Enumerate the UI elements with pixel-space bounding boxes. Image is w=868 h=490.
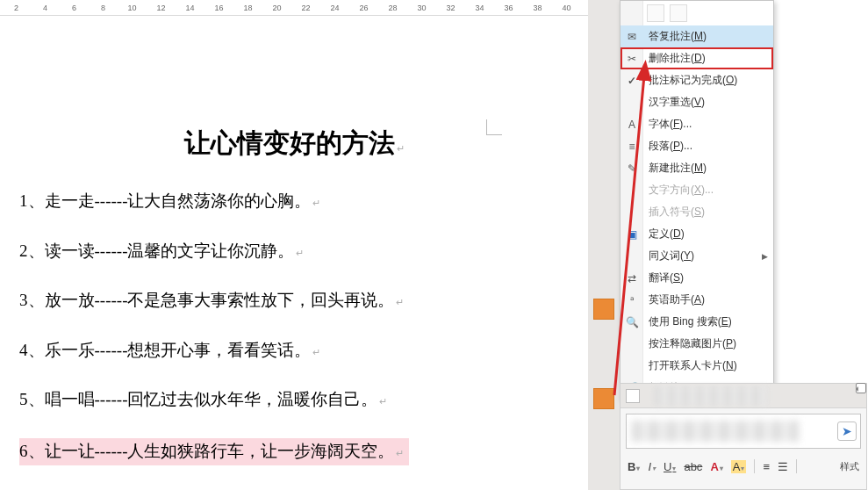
menu-reply-comment[interactable]: ✉ 答复批注(M) [621, 25, 773, 47]
comment-marker[interactable] [593, 388, 614, 409]
comment-textarea[interactable]: ➤ [626, 414, 861, 449]
menu-bing-search[interactable]: 🔍 使用 Bing 搜索(E) [621, 311, 773, 333]
ruler-tick: 2 [2, 4, 31, 12]
send-comment-button[interactable]: ➤ [837, 422, 857, 441]
ruler-tick: 16 [204, 4, 233, 12]
ruler-tick: 6 [60, 4, 89, 12]
menu-paragraph[interactable]: ≡ 段落(P)... [621, 135, 773, 157]
comment-bubble-icon[interactable] [856, 383, 866, 393]
ruler-tick: 10 [118, 4, 147, 12]
paste-option-icon[interactable] [670, 4, 687, 22]
menu-paste-options [621, 1, 773, 25]
menu-delete-comment[interactable]: ✂ 删除批注(D) [621, 47, 773, 69]
highlight-button[interactable]: A [731, 460, 747, 473]
translate-icon: ⇄ [625, 271, 639, 285]
doc-title[interactable]: 让心情变好的方法 [66, 126, 522, 162]
strike-button[interactable]: abc [684, 460, 702, 473]
submenu-arrow-icon: ▶ [762, 252, 768, 261]
ruler-tick: 32 [436, 4, 465, 12]
bullets-button[interactable]: ≡ [763, 460, 770, 473]
english-helper-icon: ᵃ [625, 293, 639, 307]
menu-new-comment[interactable]: ✎ 新建批注(M) [621, 157, 773, 179]
comment-input-panel: ➤ B I U abc A A ≡ ☰ 样式 [620, 383, 867, 490]
menu-insert-symbol: 插入符号(S) [621, 201, 773, 223]
paragraph-icon: ≡ [625, 140, 639, 154]
ruler-tick: 12 [147, 4, 176, 12]
define-icon: ▣ [625, 227, 639, 241]
menu-text-direction: 文字方向(X)... [621, 179, 773, 201]
ruler-tick: 36 [494, 4, 523, 12]
review-pane: ✉ 答复批注(M) ✂ 删除批注(D) ✓ 批注标记为完成(O) 汉字重选(V)… [588, 0, 868, 490]
paste-option-icon[interactable] [647, 4, 664, 22]
mini-format-toolbar: B I U abc A A ≡ ☰ 样式 [621, 454, 866, 479]
numbering-button[interactable]: ☰ [778, 460, 788, 473]
bold-button[interactable]: B [628, 460, 640, 473]
underline-button[interactable]: U [664, 460, 676, 473]
ruler-tick: 40 [552, 4, 581, 12]
comment-text-blur [632, 421, 799, 442]
page-corner-mark [486, 119, 502, 135]
context-menu: ✉ 答复批注(M) ✂ 删除批注(D) ✓ 批注标记为完成(O) 汉字重选(V)… [620, 0, 774, 400]
menu-synonym[interactable]: 同义词(Y) ▶ [621, 245, 773, 267]
doc-line[interactable]: 1、走一走------让大自然荡涤你的心胸。↵ [19, 190, 576, 213]
menu-translate[interactable]: ⇄ 翻译(S) [621, 267, 773, 289]
ruler-tick: 18 [233, 4, 262, 12]
menu-hide-by-annot[interactable]: 按注释隐藏图片(P) [621, 333, 773, 355]
doc-line[interactable]: 2、读一读------温馨的文字让你沉静。↵ [19, 240, 576, 263]
delete-icon: ✂ [625, 52, 639, 66]
menu-reconvert[interactable]: 汉字重选(V) [621, 91, 773, 113]
menu-open-contact[interactable]: 打开联系人卡片(N) [621, 355, 773, 377]
reply-icon: ✉ [625, 30, 639, 44]
ruler-tick: 30 [407, 4, 436, 12]
ruler-tick: 4 [31, 4, 60, 12]
doc-line[interactable]: 3、放一放------不是急事大事索性放下，回头再说。↵ [19, 289, 576, 313]
menu-mark-done[interactable]: ✓ 批注标记为完成(O) [621, 69, 773, 91]
comment-author-blur [654, 386, 768, 406]
italic-button[interactable]: I [648, 460, 656, 473]
doc-line-highlighted[interactable]: 6、让一让------人生如狭路行车，让一步海阔天空。↵ [19, 438, 409, 465]
separator [754, 459, 755, 473]
font-color-button[interactable]: A [710, 460, 722, 473]
horizontal-ruler: 2468101214161820222426283032343638404244… [0, 0, 623, 16]
search-icon: 🔍 [625, 315, 639, 329]
doc-line[interactable]: 5、唱一唱------回忆过去似水年华，温暖你自己。↵ [19, 388, 576, 412]
menu-font[interactable]: A 字体(F)... [621, 113, 773, 135]
comment-marker[interactable] [593, 299, 614, 320]
check-icon: ✓ [625, 74, 639, 88]
new-comment-icon: ✎ [625, 162, 639, 176]
document-page: 让心情变好的方法 1、走一走------让大自然荡涤你的心胸。↵2、读一读---… [0, 16, 588, 490]
ruler-tick: 22 [291, 4, 320, 12]
ruler-tick: 24 [320, 4, 349, 12]
comment-header [621, 384, 866, 408]
ruler-tick: 14 [176, 4, 204, 12]
ruler-tick: 26 [349, 4, 378, 12]
menu-define[interactable]: ▣ 定义(D) [621, 223, 773, 245]
separator [796, 459, 797, 473]
styles-button[interactable]: 样式 [840, 460, 859, 473]
comment-gutter [588, 0, 620, 490]
comment-icon [626, 389, 640, 403]
ruler-tick: 28 [378, 4, 407, 12]
doc-line[interactable]: 4、乐一乐------想想开心事，看看笑话。↵ [19, 339, 576, 363]
ruler-tick: 20 [262, 4, 291, 12]
ruler-tick: 38 [523, 4, 552, 12]
ruler-tick: 34 [465, 4, 494, 12]
menu-english-helper[interactable]: ᵃ 英语助手(A) [621, 289, 773, 311]
ruler-tick: 8 [89, 4, 118, 12]
font-icon: A [625, 118, 639, 132]
